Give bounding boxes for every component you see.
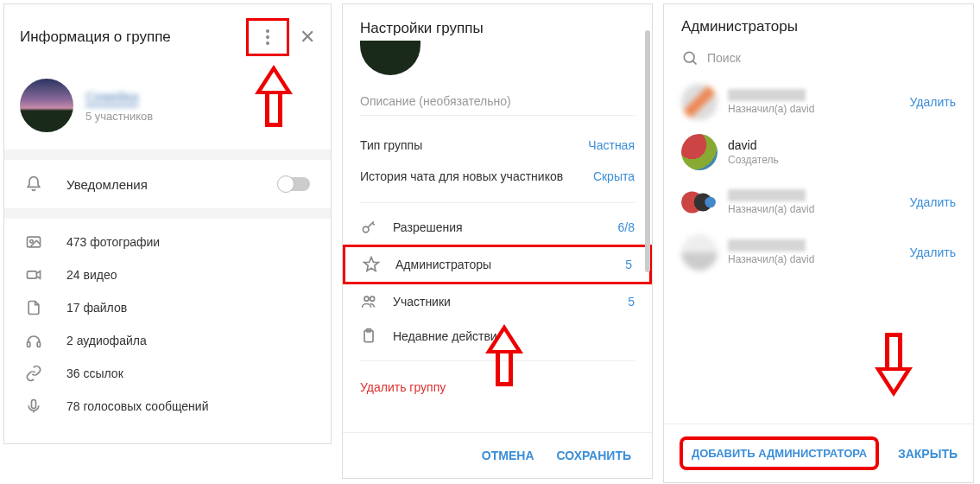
svg-point-8 xyxy=(370,296,375,301)
media-label: 36 ссылок xyxy=(66,366,123,380)
admin-subtitle: Назначил(а) david xyxy=(728,103,900,115)
members-icon xyxy=(360,293,377,310)
media-row-videos[interactable]: 24 видео xyxy=(4,258,331,291)
media-row-files[interactable]: 17 файлов xyxy=(4,291,331,324)
avatar xyxy=(681,184,718,220)
separator xyxy=(4,208,331,219)
media-label: 24 видео xyxy=(66,268,117,282)
annotation-arrow-up xyxy=(485,324,523,386)
media-row-audio[interactable]: 2 аудиофайла xyxy=(4,324,331,357)
admin-row[interactable]: Назначил(а) david Удалить xyxy=(664,77,973,127)
avatar xyxy=(681,234,718,271)
key-icon xyxy=(360,219,377,236)
bell-icon xyxy=(25,175,42,193)
footer: ДОБАВИТЬ АДМИНИСТРАТОРА ЗАКРЫТЬ xyxy=(664,424,973,482)
scrollbar[interactable] xyxy=(645,30,650,272)
star-icon xyxy=(363,256,380,273)
group-avatar[interactable] xyxy=(20,79,73,132)
description-input[interactable]: Описание (необязательно) xyxy=(360,75,635,116)
media-row-voice[interactable]: 78 голосовых сообщений xyxy=(4,390,331,423)
panel-title: Настройки группы xyxy=(343,4,652,37)
group-type-label: Тип группы xyxy=(360,138,422,152)
media-label: 78 голосовых сообщений xyxy=(66,399,208,413)
search-placeholder: Поиск xyxy=(707,51,741,65)
members-count: 5 участников xyxy=(85,110,153,123)
group-avatar[interactable] xyxy=(360,41,420,75)
admin-name: david xyxy=(728,138,956,152)
annotation-arrow-up xyxy=(255,65,293,127)
add-administrator-button[interactable]: ДОБАВИТЬ АДМИНИСТРАТОРА xyxy=(680,436,879,470)
delete-admin-button[interactable]: Удалить xyxy=(910,95,956,109)
administrators-item[interactable]: Администраторы 5 xyxy=(343,245,652,284)
delete-admin-button[interactable]: Удалить xyxy=(910,195,956,209)
svg-rect-4 xyxy=(37,342,40,347)
separator xyxy=(4,150,331,160)
video-icon xyxy=(25,266,42,283)
admin-name xyxy=(728,189,806,201)
photo-icon xyxy=(25,233,42,251)
avatar xyxy=(681,84,718,120)
annotation-arrow-down xyxy=(875,333,913,397)
link-icon xyxy=(25,365,42,382)
group-name[interactable]: Семейка xyxy=(85,89,138,106)
cancel-button[interactable]: ОТМЕНА xyxy=(482,449,534,462)
close-icon[interactable]: ✕ xyxy=(300,26,315,48)
media-label: 473 фотографии xyxy=(66,235,160,249)
admin-row[interactable]: Назначил(а) david Удалить xyxy=(664,177,973,227)
panel-title: Информация о группе xyxy=(20,29,246,46)
admin-subtitle: Назначил(а) david xyxy=(728,203,900,215)
admin-subtitle: Назначил(а) david xyxy=(728,253,900,265)
group-type-value: Частная xyxy=(588,138,635,152)
chat-history-row[interactable]: История чата для новых участников Скрыта xyxy=(360,161,635,192)
notifications-row[interactable]: Уведомления xyxy=(4,160,331,208)
avatar xyxy=(681,134,718,170)
media-label: 2 аудиофайла xyxy=(66,334,147,347)
admin-name xyxy=(728,89,806,101)
save-button[interactable]: СОХРАНИТЬ xyxy=(557,449,631,462)
svg-rect-2 xyxy=(28,271,37,278)
file-icon xyxy=(25,299,42,316)
admin-subtitle: Создатель xyxy=(728,154,956,166)
footer: ОТМЕНА СОХРАНИТЬ xyxy=(343,432,652,478)
more-menu-button[interactable] xyxy=(246,18,289,56)
media-row-links[interactable]: 36 ссылок xyxy=(4,357,331,390)
group-info-panel: Информация о группе ✕ Семейка 5 участник… xyxy=(3,3,332,444)
svg-rect-3 xyxy=(28,342,30,347)
search-input[interactable]: Поиск xyxy=(664,44,973,77)
media-list: 473 фотографии 24 видео 17 файлов 2 ауди… xyxy=(4,219,331,430)
svg-point-11 xyxy=(684,52,694,62)
admin-row[interactable]: david Создатель xyxy=(664,127,973,177)
media-label: 17 файлов xyxy=(66,301,127,315)
voice-icon xyxy=(25,398,42,415)
separator xyxy=(360,202,635,203)
svg-point-6 xyxy=(363,226,369,232)
delete-admin-button[interactable]: Удалить xyxy=(910,245,956,259)
chat-history-value: Скрыта xyxy=(593,169,635,183)
vertical-dots-icon xyxy=(266,29,269,45)
close-button[interactable]: ЗАКРЫТЬ xyxy=(898,447,958,461)
header: Информация о группе ✕ xyxy=(4,4,331,70)
media-row-photos[interactable]: 473 фотографии xyxy=(4,226,331,258)
clipboard-icon xyxy=(360,328,377,345)
members-item[interactable]: Участники 5 xyxy=(343,284,652,319)
administrators-panel: Администраторы Поиск Назначил(а) david У… xyxy=(663,3,974,483)
admin-row[interactable]: Назначил(а) david Удалить xyxy=(664,227,973,277)
notifications-label: Уведомления xyxy=(66,177,255,192)
group-type-row[interactable]: Тип группы Частная xyxy=(360,130,635,161)
admin-name xyxy=(728,239,806,252)
svg-point-1 xyxy=(30,240,33,243)
permissions-item[interactable]: Разрешения 6/8 xyxy=(343,210,652,245)
search-icon xyxy=(681,49,699,67)
audio-icon xyxy=(25,332,42,349)
group-settings-panel: Настройки группы Описание (необязательно… xyxy=(342,3,653,479)
svg-rect-5 xyxy=(32,400,36,409)
notifications-toggle[interactable] xyxy=(279,177,310,191)
panel-title: Администраторы xyxy=(664,4,973,44)
chat-history-label: История чата для новых участников xyxy=(360,169,563,183)
svg-point-7 xyxy=(364,296,369,301)
